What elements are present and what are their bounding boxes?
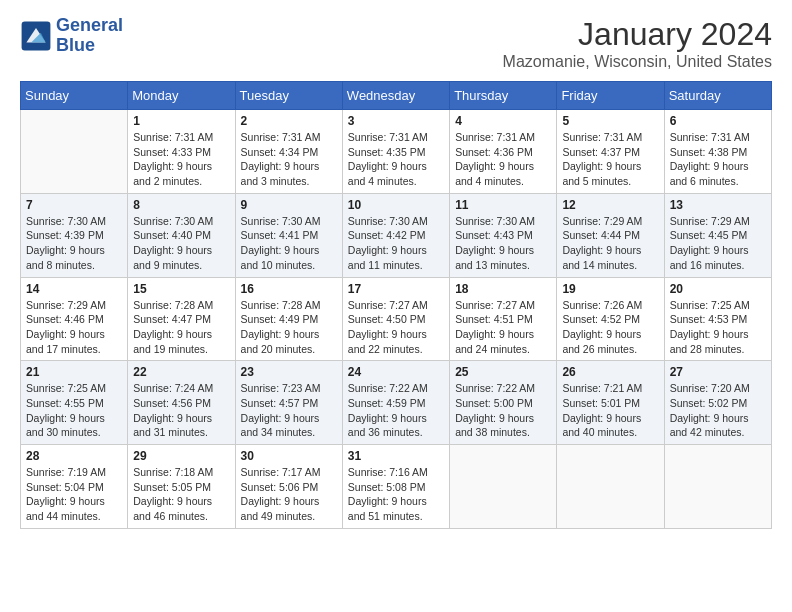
cell-sun-info: Sunrise: 7:24 AMSunset: 4:56 PMDaylight:… [133,381,229,440]
cell-day-number: 14 [26,282,122,296]
calendar-week-row: 14Sunrise: 7:29 AMSunset: 4:46 PMDayligh… [21,277,772,361]
calendar-body: 1Sunrise: 7:31 AMSunset: 4:33 PMDaylight… [21,110,772,529]
calendar-cell: 14Sunrise: 7:29 AMSunset: 4:46 PMDayligh… [21,277,128,361]
title-block: January 2024 Mazomanie, Wisconsin, Unite… [503,16,772,71]
cell-sun-info: Sunrise: 7:19 AMSunset: 5:04 PMDaylight:… [26,465,122,524]
calendar-cell: 31Sunrise: 7:16 AMSunset: 5:08 PMDayligh… [342,445,449,529]
calendar-cell: 6Sunrise: 7:31 AMSunset: 4:38 PMDaylight… [664,110,771,194]
calendar-cell: 10Sunrise: 7:30 AMSunset: 4:42 PMDayligh… [342,193,449,277]
cell-sun-info: Sunrise: 7:25 AMSunset: 4:55 PMDaylight:… [26,381,122,440]
calendar-cell [664,445,771,529]
cell-day-number: 23 [241,365,337,379]
cell-sun-info: Sunrise: 7:31 AMSunset: 4:38 PMDaylight:… [670,130,766,189]
calendar-cell: 13Sunrise: 7:29 AMSunset: 4:45 PMDayligh… [664,193,771,277]
calendar-cell: 16Sunrise: 7:28 AMSunset: 4:49 PMDayligh… [235,277,342,361]
location-title: Mazomanie, Wisconsin, United States [503,53,772,71]
calendar-cell [450,445,557,529]
cell-day-number: 25 [455,365,551,379]
weekday-header-cell: Tuesday [235,82,342,110]
calendar-cell: 23Sunrise: 7:23 AMSunset: 4:57 PMDayligh… [235,361,342,445]
weekday-header-cell: Wednesday [342,82,449,110]
cell-sun-info: Sunrise: 7:17 AMSunset: 5:06 PMDaylight:… [241,465,337,524]
calendar-cell: 25Sunrise: 7:22 AMSunset: 5:00 PMDayligh… [450,361,557,445]
cell-sun-info: Sunrise: 7:29 AMSunset: 4:44 PMDaylight:… [562,214,658,273]
calendar-cell: 24Sunrise: 7:22 AMSunset: 4:59 PMDayligh… [342,361,449,445]
cell-sun-info: Sunrise: 7:20 AMSunset: 5:02 PMDaylight:… [670,381,766,440]
cell-day-number: 1 [133,114,229,128]
cell-day-number: 22 [133,365,229,379]
month-title: January 2024 [503,16,772,53]
cell-sun-info: Sunrise: 7:31 AMSunset: 4:37 PMDaylight:… [562,130,658,189]
calendar-week-row: 28Sunrise: 7:19 AMSunset: 5:04 PMDayligh… [21,445,772,529]
cell-sun-info: Sunrise: 7:30 AMSunset: 4:41 PMDaylight:… [241,214,337,273]
calendar-cell: 21Sunrise: 7:25 AMSunset: 4:55 PMDayligh… [21,361,128,445]
page-header: General Blue January 2024 Mazomanie, Wis… [20,16,772,71]
cell-sun-info: Sunrise: 7:25 AMSunset: 4:53 PMDaylight:… [670,298,766,357]
cell-sun-info: Sunrise: 7:31 AMSunset: 4:33 PMDaylight:… [133,130,229,189]
cell-sun-info: Sunrise: 7:21 AMSunset: 5:01 PMDaylight:… [562,381,658,440]
cell-day-number: 11 [455,198,551,212]
cell-sun-info: Sunrise: 7:30 AMSunset: 4:40 PMDaylight:… [133,214,229,273]
cell-day-number: 9 [241,198,337,212]
cell-sun-info: Sunrise: 7:23 AMSunset: 4:57 PMDaylight:… [241,381,337,440]
cell-day-number: 27 [670,365,766,379]
cell-day-number: 5 [562,114,658,128]
cell-sun-info: Sunrise: 7:16 AMSunset: 5:08 PMDaylight:… [348,465,444,524]
cell-day-number: 7 [26,198,122,212]
cell-day-number: 17 [348,282,444,296]
calendar-cell [21,110,128,194]
cell-day-number: 26 [562,365,658,379]
calendar-cell: 9Sunrise: 7:30 AMSunset: 4:41 PMDaylight… [235,193,342,277]
cell-day-number: 2 [241,114,337,128]
cell-day-number: 16 [241,282,337,296]
calendar-cell: 5Sunrise: 7:31 AMSunset: 4:37 PMDaylight… [557,110,664,194]
cell-sun-info: Sunrise: 7:22 AMSunset: 5:00 PMDaylight:… [455,381,551,440]
logo-text: General Blue [56,16,123,56]
cell-sun-info: Sunrise: 7:30 AMSunset: 4:42 PMDaylight:… [348,214,444,273]
cell-day-number: 12 [562,198,658,212]
calendar-cell: 26Sunrise: 7:21 AMSunset: 5:01 PMDayligh… [557,361,664,445]
cell-day-number: 15 [133,282,229,296]
cell-sun-info: Sunrise: 7:30 AMSunset: 4:43 PMDaylight:… [455,214,551,273]
calendar-week-row: 7Sunrise: 7:30 AMSunset: 4:39 PMDaylight… [21,193,772,277]
cell-day-number: 4 [455,114,551,128]
cell-sun-info: Sunrise: 7:29 AMSunset: 4:45 PMDaylight:… [670,214,766,273]
cell-day-number: 29 [133,449,229,463]
cell-day-number: 24 [348,365,444,379]
cell-sun-info: Sunrise: 7:28 AMSunset: 4:49 PMDaylight:… [241,298,337,357]
calendar-cell: 3Sunrise: 7:31 AMSunset: 4:35 PMDaylight… [342,110,449,194]
calendar-week-row: 1Sunrise: 7:31 AMSunset: 4:33 PMDaylight… [21,110,772,194]
cell-sun-info: Sunrise: 7:22 AMSunset: 4:59 PMDaylight:… [348,381,444,440]
weekday-header-cell: Monday [128,82,235,110]
calendar-cell: 4Sunrise: 7:31 AMSunset: 4:36 PMDaylight… [450,110,557,194]
calendar-cell: 7Sunrise: 7:30 AMSunset: 4:39 PMDaylight… [21,193,128,277]
cell-sun-info: Sunrise: 7:18 AMSunset: 5:05 PMDaylight:… [133,465,229,524]
calendar-week-row: 21Sunrise: 7:25 AMSunset: 4:55 PMDayligh… [21,361,772,445]
cell-sun-info: Sunrise: 7:30 AMSunset: 4:39 PMDaylight:… [26,214,122,273]
calendar-cell: 20Sunrise: 7:25 AMSunset: 4:53 PMDayligh… [664,277,771,361]
calendar-cell: 1Sunrise: 7:31 AMSunset: 4:33 PMDaylight… [128,110,235,194]
cell-sun-info: Sunrise: 7:31 AMSunset: 4:36 PMDaylight:… [455,130,551,189]
calendar-cell [557,445,664,529]
calendar-cell: 2Sunrise: 7:31 AMSunset: 4:34 PMDaylight… [235,110,342,194]
calendar-cell: 29Sunrise: 7:18 AMSunset: 5:05 PMDayligh… [128,445,235,529]
cell-day-number: 13 [670,198,766,212]
calendar-cell: 28Sunrise: 7:19 AMSunset: 5:04 PMDayligh… [21,445,128,529]
calendar-table: SundayMondayTuesdayWednesdayThursdayFrid… [20,81,772,529]
cell-day-number: 19 [562,282,658,296]
weekday-header-cell: Thursday [450,82,557,110]
calendar-cell: 12Sunrise: 7:29 AMSunset: 4:44 PMDayligh… [557,193,664,277]
cell-sun-info: Sunrise: 7:26 AMSunset: 4:52 PMDaylight:… [562,298,658,357]
cell-day-number: 3 [348,114,444,128]
calendar-cell: 17Sunrise: 7:27 AMSunset: 4:50 PMDayligh… [342,277,449,361]
weekday-header-cell: Sunday [21,82,128,110]
cell-sun-info: Sunrise: 7:29 AMSunset: 4:46 PMDaylight:… [26,298,122,357]
calendar-cell: 19Sunrise: 7:26 AMSunset: 4:52 PMDayligh… [557,277,664,361]
calendar-cell: 8Sunrise: 7:30 AMSunset: 4:40 PMDaylight… [128,193,235,277]
cell-sun-info: Sunrise: 7:27 AMSunset: 4:50 PMDaylight:… [348,298,444,357]
cell-day-number: 20 [670,282,766,296]
logo: General Blue [20,16,123,56]
cell-sun-info: Sunrise: 7:31 AMSunset: 4:34 PMDaylight:… [241,130,337,189]
weekday-header-row: SundayMondayTuesdayWednesdayThursdayFrid… [21,82,772,110]
cell-day-number: 10 [348,198,444,212]
